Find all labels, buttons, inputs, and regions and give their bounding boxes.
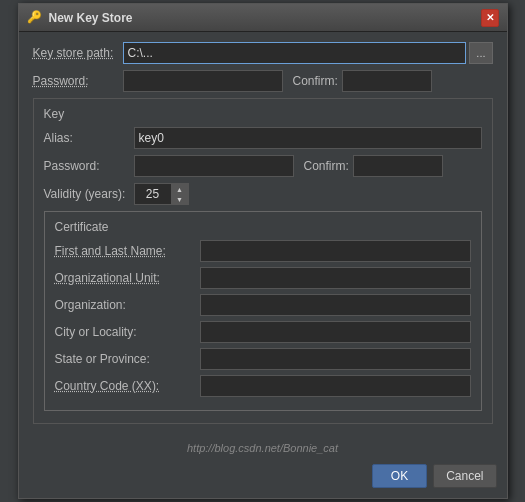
- certificate-group-title: Certificate: [55, 220, 471, 234]
- dialog-content: Key store path: ... Password: Confirm: K…: [19, 32, 507, 440]
- watermark: http://blog.csdn.net/Bonnie_cat: [19, 440, 507, 458]
- spinner-buttons: ▲ ▼: [172, 183, 189, 205]
- key-password-row: Password: Confirm:: [44, 155, 482, 177]
- cert-input-2[interactable]: [200, 294, 471, 316]
- password-row: Password: Confirm:: [33, 70, 493, 92]
- key-confirm-input[interactable]: [353, 155, 443, 177]
- cert-input-0[interactable]: [200, 240, 471, 262]
- window-icon: 🔑: [27, 10, 43, 26]
- key-password-label: Password:: [44, 159, 134, 173]
- spin-up-button[interactable]: ▲: [172, 184, 188, 194]
- cert-field-3: City or Locality:: [55, 321, 471, 343]
- cert-input-4[interactable]: [200, 348, 471, 370]
- cert-label-3: City or Locality:: [55, 325, 200, 339]
- key-password-input[interactable]: [134, 155, 294, 177]
- cert-input-3[interactable]: [200, 321, 471, 343]
- validity-row: Validity (years): ▲ ▼: [44, 183, 482, 205]
- validity-input[interactable]: [134, 183, 172, 205]
- cert-label-2: Organization:: [55, 298, 200, 312]
- keystore-path-row: Key store path: ...: [33, 42, 493, 64]
- password-label: Password:: [33, 74, 123, 88]
- cert-label-0: First and Last Name:: [55, 244, 200, 258]
- key-group-title: Key: [44, 107, 482, 121]
- cert-label-4: State or Province:: [55, 352, 200, 366]
- title-bar: 🔑 New Key Store ✕: [19, 4, 507, 32]
- key-confirm-label: Confirm:: [304, 159, 349, 173]
- validity-spinner: ▲ ▼: [134, 183, 189, 205]
- ok-button[interactable]: OK: [372, 464, 427, 488]
- close-button[interactable]: ✕: [481, 9, 499, 27]
- alias-input[interactable]: [134, 127, 482, 149]
- certificate-group: Certificate First and Last Name: Organiz…: [44, 211, 482, 411]
- alias-label: Alias:: [44, 131, 134, 145]
- cert-field-1: Organizational Unit:: [55, 267, 471, 289]
- cert-label-1: Organizational Unit:: [55, 271, 200, 285]
- cert-field-0: First and Last Name:: [55, 240, 471, 262]
- key-confirm-group: Confirm:: [304, 155, 443, 177]
- keystore-path-label: Key store path:: [33, 46, 123, 60]
- cert-field-2: Organization:: [55, 294, 471, 316]
- keystore-path-input[interactable]: [123, 42, 467, 64]
- cert-input-5[interactable]: [200, 375, 471, 397]
- validity-label: Validity (years):: [44, 187, 134, 201]
- cert-field-4: State or Province:: [55, 348, 471, 370]
- cancel-button[interactable]: Cancel: [433, 464, 496, 488]
- cert-label-5: Country Code (XX):: [55, 379, 200, 393]
- key-group: Key Alias: Password: Confirm: Validity (…: [33, 98, 493, 424]
- alias-row: Alias:: [44, 127, 482, 149]
- confirm-group: Confirm:: [293, 70, 432, 92]
- dialog-footer: OK Cancel: [19, 458, 507, 498]
- cert-field-5: Country Code (XX):: [55, 375, 471, 397]
- title-bar-left: 🔑 New Key Store: [27, 10, 133, 26]
- window-title: New Key Store: [49, 11, 133, 25]
- confirm-password-input[interactable]: [342, 70, 432, 92]
- confirm-label: Confirm:: [293, 74, 338, 88]
- spin-down-button[interactable]: ▼: [172, 194, 188, 204]
- cert-input-1[interactable]: [200, 267, 471, 289]
- browse-button[interactable]: ...: [469, 42, 492, 64]
- password-input[interactable]: [123, 70, 283, 92]
- new-key-store-dialog: 🔑 New Key Store ✕ Key store path: ... Pa…: [18, 3, 508, 499]
